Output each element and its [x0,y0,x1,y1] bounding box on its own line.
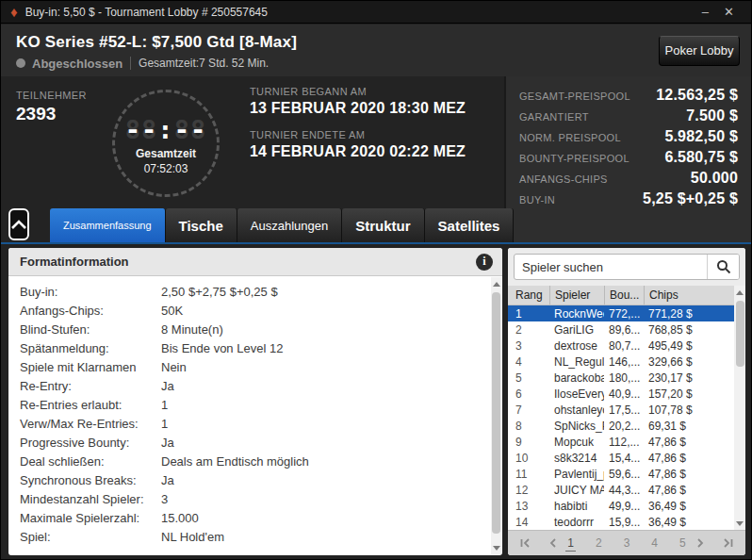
stat-row-guaranteed: GARANTIERT 7.500 $ [519,107,738,128]
col-rank[interactable]: Rang [508,286,549,305]
stat-row-normal-prizepool: NORM. PREISPOOL 5.982,50 $ [519,128,738,149]
player-search-box [514,254,740,280]
player-row[interactable]: 1RocknWeed772,...771,28 $ [508,305,734,321]
format-value: Ja [161,436,174,450]
format-label: Deal schließen: [20,454,161,469]
player-row[interactable]: 14teodorrr15,9...36,49 $ [508,514,734,530]
format-value: 1 [161,417,168,431]
page-5[interactable]: 5 [678,535,688,552]
search-button[interactable] [707,255,739,279]
format-info-body: Buy-in:2,50 $+2,75 $+0,25 $ Anfangs-Chip… [8,276,502,546]
format-row: Spätanmeldung:Bis Ende von Level 12 [20,338,502,357]
scrollbar-thumb[interactable] [492,292,500,534]
player-row[interactable]: 2GariLIG89,6...768,85 $ [508,321,734,338]
poker-lobby-button[interactable]: Poker Lobby [659,36,740,66]
format-value: 50K [161,304,183,318]
col-chips[interactable]: Chips [644,286,734,305]
players-rows: 1RocknWeed772,...771,28 $ 2GariLIG89,6..… [508,305,734,530]
stat-row-starting-chips: ANFANGS-CHIPS 50.000 [519,170,738,190]
scrollbar-track[interactable] [735,299,745,517]
next-page-button[interactable] [694,535,707,551]
player-search-input[interactable] [515,255,707,279]
start-date-label: TURNIER BEGANN AM [250,86,466,97]
format-row: Anfangs-Chips:50K [20,301,502,320]
format-value: 1 [161,398,168,412]
stat-label: GARANTIERT [519,111,589,123]
players-scrollbar[interactable] [734,286,745,530]
player-row[interactable]: 13habibti49,9...36,49 $ [508,498,734,514]
format-row: Spiele mit KlarnamenNein [20,357,502,376]
chevron-up-icon [10,220,27,230]
scroll-up-icon[interactable] [491,277,501,290]
info-icon[interactable]: i [476,254,493,271]
format-value: 3 [161,492,168,506]
players-table: Rang Spieler Bou... Chips 1RocknWeed772,… [508,286,745,530]
col-bounty[interactable]: Bou... [604,286,644,305]
scroll-up-icon[interactable] [735,286,745,299]
tournament-clock: 88:88 --:-- Gesamtzeit 07:52:03 [112,90,220,197]
scrollbar-track[interactable] [491,290,501,541]
stat-row-buyin: BUY-IN 5,25 $+0,25 $ [519,190,738,211]
stat-label: NORM. PREISPOOL [519,132,621,143]
format-row: Synchronous Breaks:Ja [20,470,502,489]
stat-label: ANFANGS-CHIPS [519,173,608,185]
first-page-button[interactable] [517,535,533,551]
last-page-icon [722,537,734,549]
format-row: Blind-Stufen:8 Minute(n) [20,320,502,338]
total-time-text: Gesamtzeit:7 Std. 52 Min. [139,57,269,70]
stat-value: 5.982,50 $ [664,128,738,145]
player-row[interactable]: 7ohstanleyoh17,5...107,78 $ [508,402,734,418]
tab-struktur[interactable]: Struktur [342,208,424,242]
prev-page-button[interactable] [547,535,560,551]
format-row: Progressive Bounty:Ja [20,433,502,452]
format-scrollbar[interactable] [491,277,501,554]
format-row: Maximale Spielerzahl:15.000 [20,508,502,527]
format-value: 8 Minute(n) [161,322,223,337]
player-row[interactable]: 8SpNicks_P...20,2...69,31 $ [508,418,734,434]
search-icon [716,259,731,274]
status-divider [130,57,131,70]
format-value: 15.000 [161,511,199,525]
tab-tische[interactable]: Tische [166,208,237,242]
scroll-down-icon[interactable] [491,541,501,554]
prizepool-panel: GESAMT-PREISPOOL 12.563,25 $ GARANTIERT … [504,76,751,244]
last-page-button[interactable] [720,535,736,551]
player-search-row [508,248,745,286]
minimize-button[interactable]: – [695,2,716,23]
format-value: 2,50 $+2,75 $+0,25 $ [161,285,278,299]
scroll-down-icon[interactable] [735,517,745,530]
stat-value: 50.000 [691,170,738,187]
page-1[interactable]: 1 [565,535,576,552]
page-4[interactable]: 4 [649,535,660,552]
player-row[interactable]: 4NL_Regular146,...329,66 $ [508,354,734,370]
first-page-icon [519,537,531,549]
title-bar: ♦ Buy-in: 5,50 $ - Tournament Lobby # 25… [1,1,751,24]
player-row[interactable]: 9Mopcuk112,...47,86 $ [508,434,734,450]
scrollbar-thumb[interactable] [736,301,744,367]
tab-zusammenfassung[interactable]: Zusammenfassung [50,208,166,242]
start-date-group: TURNIER BEGANN AM 13 FEBRUAR 2020 18:30 … [250,86,466,117]
format-info-header: Formatinformation i [8,248,502,276]
format-row: Re-Entry:Ja [20,376,502,395]
tab-satellites[interactable]: Satellites [425,208,515,242]
collapse-button[interactable] [8,208,29,240]
player-row[interactable]: 5barackoba..180,...230,17 $ [508,370,734,386]
format-row: Deal schließen:Deals am Endtisch möglich [20,452,502,470]
format-row: Buy-in:2,50 $+2,75 $+0,25 $ [20,282,502,301]
format-label: Buy-in: [20,285,161,299]
close-button[interactable]: ✕ [716,2,742,23]
format-value: Bis Ende von Level 12 [161,341,283,355]
page-numbers: 1 2 3 4 5 [565,535,687,552]
format-info-title: Formatinformation [20,255,476,269]
player-row[interactable]: 6IloseEvery...40,9...157,20 $ [508,386,734,402]
col-player[interactable]: Spieler [549,286,604,305]
tab-auszahlungen[interactable]: Auszahlungen [237,208,342,242]
page-3[interactable]: 3 [622,535,632,552]
player-row[interactable]: 12JUICY MA...44,3...47,86 $ [508,482,734,498]
player-row[interactable]: 3dextrose80,7...495,49 $ [508,338,734,354]
player-row[interactable]: 10s8k321415,4...47,86 $ [508,450,734,466]
page-2[interactable]: 2 [594,535,604,552]
player-row[interactable]: 11Pavlentij_p..59,6...47,86 $ [508,466,734,482]
format-row: Mindestanzahl Spieler:3 [20,489,502,508]
format-label: Maximale Spielerzahl: [20,511,161,525]
